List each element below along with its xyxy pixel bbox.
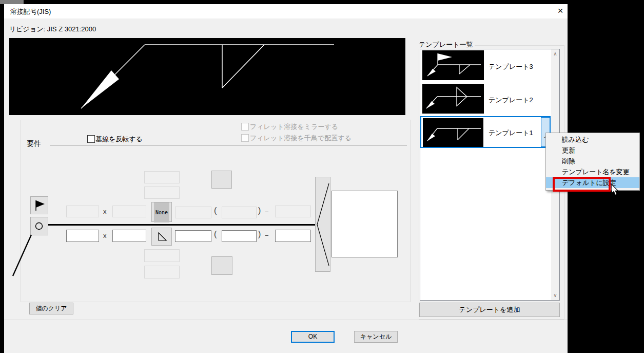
template-group-label: テンプレート一覧 [417,40,475,49]
top-field-4 [222,207,257,218]
mouse-cursor-icon [611,184,620,196]
title-bar [4,4,568,18]
flag-toggle-button[interactable] [30,196,48,214]
top-field-3 [175,207,211,218]
cancel-button[interactable]: キャンセル [354,331,398,343]
top-multiply-sign: x [103,208,107,215]
ok-button[interactable]: OK [291,331,335,343]
dialog-title: 溶接記号(JIS) [10,7,51,16]
footer-separator [4,320,568,320]
below-symbol-button[interactable] [211,256,232,275]
flip-baseline-checkbox[interactable] [87,135,95,143]
template-thumbnail[interactable] [422,84,484,114]
mirror-fillet-checkbox [241,123,249,131]
bottom-weld-symbol-button[interactable] [151,228,172,246]
tail-text-field[interactable] [331,191,398,257]
below-field-2 [144,266,180,278]
stagger-fillet-checkbox [241,134,249,142]
bottom-dash: − [265,232,269,239]
bevel-triangle-icon [152,228,171,245]
top-field-2 [112,206,146,217]
reference-baseline [48,224,315,226]
template-item-label[interactable]: テンプレート1 [489,128,533,138]
menu-item-rename[interactable]: テンプレート名を変更 [546,166,639,177]
top-weld-symbol-button[interactable]: None [151,202,172,222]
menu-item-load[interactable]: 読み込む [546,134,639,145]
flag-icon [31,197,48,214]
template-item-label[interactable]: テンプレート3 [489,62,533,71]
top-open-paren: ( [214,206,217,215]
leader-line [9,231,37,280]
bottom-field-2[interactable] [112,230,146,242]
none-symbol-label: None [154,202,169,222]
template3-symbol-drawing [422,50,484,80]
bottom-close-paren: ) [258,230,261,239]
screen: 溶接記号(JIS) × リビジョン: JIS Z 3021:2000 フィレット… [0,0,644,353]
menu-item-delete[interactable]: 削除 [546,156,639,166]
top-close-paren: ) [258,206,261,215]
menu-item-update[interactable]: 更新 [546,145,639,156]
top-dash: − [265,208,269,216]
tail-fork-button[interactable] [315,177,330,272]
bottom-field-1[interactable] [66,230,99,242]
bottom-multiply-sign: x [103,232,107,239]
window-edge-notch [0,0,24,4]
weld-symbol-drawing [9,38,405,115]
below-field-1 [144,249,180,262]
template-item-label[interactable]: テンプレート2 [489,96,533,105]
clear-values-button[interactable]: 値のクリア [29,303,73,314]
template1-symbol-drawing [423,118,483,147]
bottom-open-paren: ( [214,230,217,239]
bottom-field-3[interactable] [175,230,211,242]
bottom-field-5[interactable] [275,230,311,242]
above-field-1 [144,171,180,183]
requirements-rule [50,145,407,146]
close-icon[interactable]: × [554,5,567,17]
above-symbol-button[interactable] [211,171,232,189]
add-template-button[interactable]: テンプレートを追加 [419,303,560,317]
template2-symbol-drawing [422,84,484,114]
stagger-fillet-label: フィレット溶接を千鳥で配置する [250,134,352,143]
template-thumbnail[interactable] [423,118,483,147]
revision-label: リビジョン: JIS Z 3021:2000 [9,25,96,34]
scroll-down-icon[interactable]: ∨ [552,292,558,299]
weld-symbol-preview [9,38,405,115]
template-thumbnail[interactable] [422,50,484,80]
top-field-1 [66,206,99,217]
fork-chevron-icon [316,177,330,271]
top-field-5 [275,206,311,217]
mirror-fillet-label: フィレット溶接をミラーする [250,122,338,132]
above-field-2 [144,187,180,199]
scroll-up-icon[interactable]: ∧ [552,50,558,58]
annotation-red-box [553,177,611,192]
requirements-label: 要件 [26,139,42,148]
bottom-field-4[interactable] [222,230,257,242]
flip-baseline-label: 基線を反転する [95,135,143,144]
